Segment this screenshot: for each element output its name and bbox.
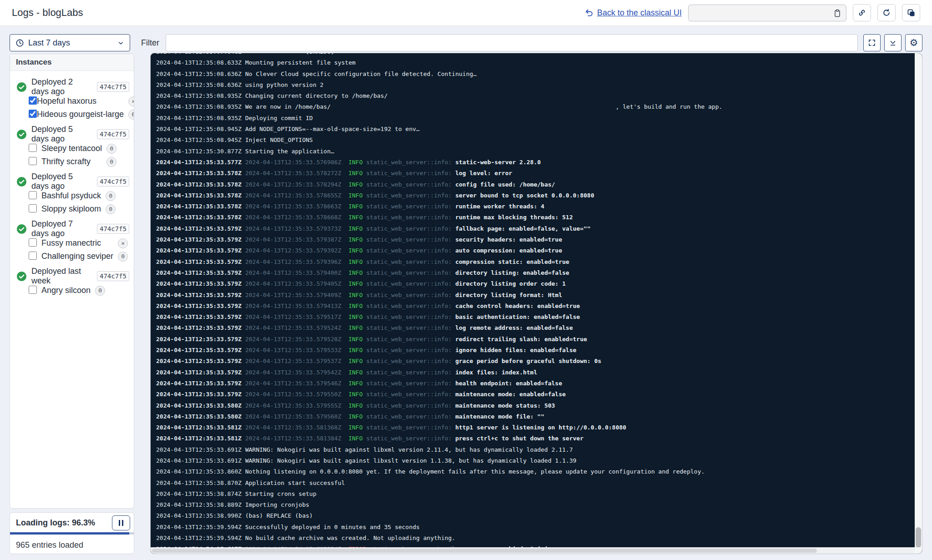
horizontal-scrollbar[interactable] <box>151 547 915 554</box>
instances-panel: Instances Deployed 2 days ago474c7f5Hope… <box>10 54 134 509</box>
instance-name[interactable]: Fussy manectric <box>41 237 118 250</box>
instance-name[interactable]: Sleepy tentacool <box>41 142 106 155</box>
fullscreen-button[interactable] <box>863 34 881 51</box>
vertical-scrollbar[interactable] <box>915 53 922 547</box>
log-line: 2024-04-13T12:35:08.945Z Add NODE_OPTION… <box>156 124 922 135</box>
pause-icon <box>119 520 123 526</box>
scroll-to-bottom-icon <box>889 39 897 47</box>
instance-checkbox[interactable] <box>29 96 37 105</box>
log-line: 2024-04-13T12:35:33.860Z Nothing listeni… <box>156 466 922 477</box>
instance-row: Hideous gourgeist-large0 <box>29 108 134 121</box>
vertical-scrollbar-thumb[interactable] <box>916 527 921 548</box>
copy-icon <box>907 8 916 17</box>
log-line: 2024-04-13T12:35:08.935Z Deploying commi… <box>156 113 922 124</box>
deployment-group: Deployed 2 days ago474c7f5Hopeful haxoru… <box>16 80 129 121</box>
deployment-group-header[interactable]: Deployed 7 days ago474c7f5 <box>16 222 129 236</box>
instance-name[interactable]: Angry silcoon <box>41 284 95 297</box>
log-line: 2024-04-13T12:35:33.579Z 2024-04-13T12:3… <box>156 267 922 278</box>
date-range-value: Last 7 days <box>28 38 70 48</box>
deployment-label: Deployed 5 days ago <box>31 125 92 144</box>
deployment-label: Deployed 5 days ago <box>31 172 92 191</box>
refresh-icon <box>882 8 891 17</box>
log-viewer: 2024-04-13T12:35:07.648Z ' [SHA256] '202… <box>150 53 922 554</box>
log-line: 2024-04-13T12:35:33.581Z 2024-04-13T12:3… <box>156 433 922 444</box>
loading-logs-label: Loading logs: 96.3% <box>16 518 95 528</box>
instance-name[interactable]: Hopeful haxorus <box>37 95 128 108</box>
instance-checkbox[interactable] <box>29 144 37 152</box>
check-circle-icon <box>16 177 27 187</box>
deployment-group-header[interactable]: Deployed 5 days ago474c7f5 <box>16 127 129 141</box>
fullscreen-icon <box>868 39 876 47</box>
deployment-group-header[interactable]: Deployed 5 days ago474c7f5 <box>16 175 129 188</box>
log-line: 2024-04-13T12:35:33.579Z 2024-04-13T12:3… <box>156 345 922 356</box>
instance-name[interactable]: Hideous gourgeist-large <box>37 108 128 121</box>
scrollbar-corner <box>915 547 922 554</box>
loading-logs-panel: Loading logs: 96.3% 965 entries loaded <box>10 512 134 554</box>
instance-row: Hopeful haxorus× <box>29 95 134 108</box>
log-line: 2024-04-13T12:35:33.579Z 2024-04-13T12:3… <box>156 367 922 378</box>
log-line: 2024-04-13T12:35:33.578Z 2024-04-13T12:3… <box>156 201 922 212</box>
log-line: 2024-04-13T12:35:33.691Z WARNING: Nokogi… <box>156 444 922 455</box>
filter-input[interactable] <box>166 34 858 51</box>
log-line: 2024-04-13T12:35:08.935Z Changing curren… <box>156 91 922 101</box>
deployment-group: Deployed last week474c7f5Angry silcoon0 <box>16 269 129 297</box>
instance-checkbox[interactable] <box>29 204 37 212</box>
back-to-classical-ui-link[interactable]: Back to the classical UI <box>584 8 682 18</box>
log-line: 2024-04-13T12:35:08.633Z Mounting persis… <box>156 57 922 68</box>
refresh-button[interactable] <box>877 4 896 21</box>
duplicate-view-button[interactable] <box>902 4 920 21</box>
log-line: 2024-04-13T12:35:33.579Z 2024-04-13T12:3… <box>156 245 922 256</box>
instance-name[interactable]: Bashful psyduck <box>41 189 106 202</box>
log-line: 2024-04-13T12:35:33.579Z 2024-04-13T12:3… <box>156 312 922 323</box>
page-title: Logs - blogLabs <box>12 7 83 19</box>
log-line: 2024-04-13T12:35:33.577Z 2024-04-13T12:3… <box>156 157 922 168</box>
instance-row: Sloppy skiploom0 <box>29 202 116 216</box>
instance-row: Sleepy tentacool0 <box>29 142 116 155</box>
undo-icon <box>584 8 593 17</box>
log-line: 2024-04-13T12:35:38.889Z Importing cronj… <box>156 499 922 510</box>
instance-name[interactable]: Thrifty scrafty <box>41 155 106 168</box>
deployment-group-header[interactable]: Deployed 2 days ago474c7f5 <box>16 80 129 94</box>
filter-label: Filter <box>141 38 159 48</box>
log-line: 2024-04-13T12:35:08.636Z No Clever Cloud… <box>156 69 922 80</box>
log-line: 2024-04-13T12:35:33.579Z 2024-04-13T12:3… <box>156 234 922 245</box>
commit-badge: 474c7f5 <box>97 82 129 92</box>
instance-checkbox[interactable] <box>29 191 37 199</box>
instance-counter: 0 <box>118 252 128 262</box>
log-line: 2024-04-13T12:35:33.579Z 2024-04-13T12:3… <box>156 278 922 289</box>
instance-name[interactable]: Challenging seviper <box>41 250 118 263</box>
header-text-input[interactable] <box>689 5 846 21</box>
instance-counter: × <box>128 96 134 106</box>
log-line: 2024-04-13T12:35:08.636Z using python ve… <box>156 80 922 91</box>
clipboard-icon[interactable] <box>831 7 843 19</box>
copy-link-button[interactable] <box>853 4 871 21</box>
date-range-select[interactable]: Last 7 days <box>10 34 130 51</box>
deployment-label: Deployed last week <box>31 267 92 286</box>
instance-checkbox[interactable] <box>29 157 37 165</box>
deployment-group-header[interactable]: Deployed last week474c7f5 <box>16 269 129 283</box>
pause-loading-button[interactable] <box>112 515 130 530</box>
log-line: 2024-04-13T12:35:33.578Z 2024-04-13T12:3… <box>156 168 922 179</box>
log-line: 2024-04-13T12:35:33.579Z 2024-04-13T12:3… <box>156 290 922 301</box>
log-line: 2024-04-13T12:35:39.594Z Successfully de… <box>156 522 922 533</box>
deployment-label: Deployed 7 days ago <box>31 219 92 238</box>
instance-checkbox[interactable] <box>29 252 37 260</box>
deployment-label: Deployed 2 days ago <box>31 77 92 96</box>
log-line: 2024-04-13T12:35:33.579Z 2024-04-13T12:3… <box>156 257 922 267</box>
horizontal-scrollbar-thumb[interactable] <box>152 549 817 553</box>
log-line: 2024-04-13T12:35:33.579Z 2024-04-13T12:3… <box>156 389 922 400</box>
log-line: 2024-04-13T12:35:38.990Z (bas) REPLACE (… <box>156 510 922 521</box>
clock-icon <box>15 39 24 47</box>
instance-name[interactable]: Sloppy skiploom <box>41 202 106 216</box>
log-line: 2024-04-13T12:35:38.870Z Application sta… <box>156 478 922 489</box>
instance-checkbox[interactable] <box>29 286 37 294</box>
instance-checkbox[interactable] <box>29 238 37 247</box>
log-line: 2024-04-13T12:35:07.648Z ' [SHA256] ' <box>156 53 922 57</box>
link-icon <box>857 8 866 17</box>
instance-checkbox[interactable] <box>29 110 37 118</box>
log-line: 2024-04-13T12:35:33.579Z 2024-04-13T12:3… <box>156 301 922 312</box>
scroll-to-bottom-button[interactable] <box>884 34 902 51</box>
settings-button[interactable]: ⚙ <box>905 34 922 51</box>
log-line: 2024-04-13T12:35:33.579Z 2024-04-13T12:3… <box>156 223 922 234</box>
instance-counter: 0 <box>106 204 116 214</box>
